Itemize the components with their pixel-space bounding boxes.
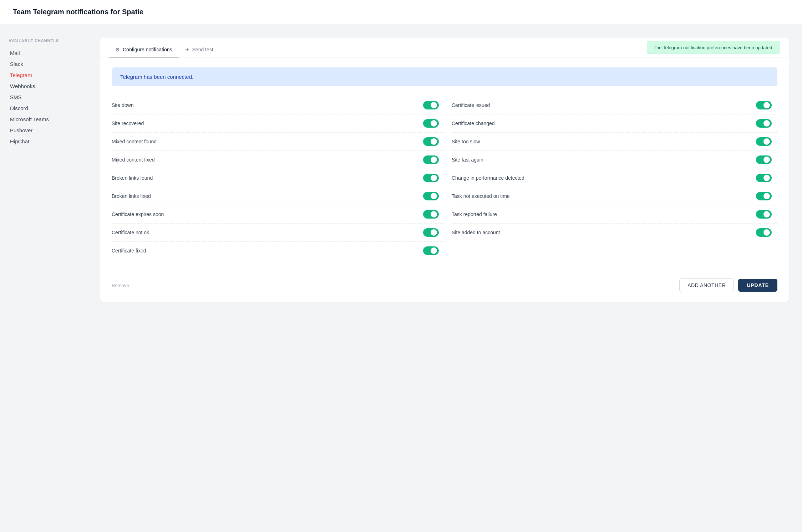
notif-row-broken-links-fixed: Broken links fixed xyxy=(112,187,445,205)
notif-label-site-recovered: Site recovered xyxy=(112,121,144,126)
notif-row-task-not-executed: Task not executed on time xyxy=(452,187,777,205)
notif-label-broken-links-found: Broken links found xyxy=(112,175,153,181)
connected-banner: Telegram has been connected. xyxy=(112,67,777,86)
notif-label-broken-links-fixed: Broken links fixed xyxy=(112,193,151,199)
toggle-certificate-expires-soon[interactable] xyxy=(423,210,439,219)
sidebar-item-slack[interactable]: Slack xyxy=(9,59,87,69)
toggle-change-in-performance[interactable] xyxy=(756,174,772,182)
notif-label-certificate-fixed: Certificate fixed xyxy=(112,248,146,254)
notif-row-site-added-to-account: Site added to account xyxy=(452,224,777,241)
success-banner: The Telegram notification preferences ha… xyxy=(647,41,780,54)
toggle-certificate-fixed[interactable] xyxy=(423,246,439,255)
toggle-certificate-issued[interactable] xyxy=(756,101,772,109)
notif-label-certificate-expires-soon: Certificate expires soon xyxy=(112,211,164,217)
add-another-button[interactable]: ADD ANOTHER xyxy=(679,278,734,292)
toggle-broken-links-found[interactable] xyxy=(423,174,439,182)
toggle-site-fast-again[interactable] xyxy=(756,155,772,164)
notifications-card: ⚙ Configure notifications ✈ Send test Th… xyxy=(100,37,789,302)
notif-label-site-down: Site down xyxy=(112,102,133,108)
toggle-task-reported-failure[interactable] xyxy=(756,210,772,219)
page-header: Team Telegram notifications for Spatie xyxy=(0,0,802,24)
notif-label-change-in-performance: Change in performance detected xyxy=(452,175,524,181)
sidebar-item-webhooks[interactable]: Webhooks xyxy=(9,81,87,91)
tabs-bar: ⚙ Configure notifications ✈ Send test Th… xyxy=(100,37,789,57)
notif-row-site-down: Site down xyxy=(112,96,445,114)
tab-configure[interactable]: ⚙ Configure notifications xyxy=(109,43,179,57)
notif-row-site-too-slow: Site too slow xyxy=(452,133,777,151)
toggle-mixed-content-found[interactable] xyxy=(423,137,439,146)
notif-row-site-recovered: Site recovered xyxy=(112,114,445,133)
sidebar-item-telegram[interactable]: Telegram xyxy=(9,70,87,80)
notif-row-certificate-changed: Certificate changed xyxy=(452,114,777,133)
sidebar: AVAILABLE CHANNELS Mail Slack Telegram W… xyxy=(9,37,87,518)
notif-label-task-not-executed: Task not executed on time xyxy=(452,193,510,199)
sidebar-item-pushover[interactable]: Pushover xyxy=(9,125,87,135)
notif-label-site-too-slow: Site too slow xyxy=(452,139,480,144)
notifications-right-column: Certificate issued Certificate changed xyxy=(445,96,777,260)
footer-buttons: ADD ANOTHER UPDATE xyxy=(679,278,777,292)
remove-link[interactable]: Remove xyxy=(112,283,129,288)
sidebar-item-hipchat[interactable]: HipChat xyxy=(9,136,87,147)
toggle-certificate-not-ok[interactable] xyxy=(423,228,439,237)
page-title: Team Telegram notifications for Spatie xyxy=(13,8,789,16)
sidebar-nav: Mail Slack Telegram Webhooks SMS Discord… xyxy=(9,48,87,147)
sidebar-item-microsoft-teams[interactable]: Microsoft Teams xyxy=(9,114,87,124)
toggle-site-recovered[interactable] xyxy=(423,119,439,128)
notif-row-mixed-content-found: Mixed content found xyxy=(112,133,445,151)
sidebar-item-mail[interactable]: Mail xyxy=(9,48,87,58)
notif-row-certificate-fixed: Certificate fixed xyxy=(112,242,445,260)
update-button[interactable]: UPDATE xyxy=(738,279,777,292)
notifications-grid: Site down Site recovered xyxy=(112,96,777,260)
notif-row-certificate-expires-soon: Certificate expires soon xyxy=(112,205,445,224)
notif-label-site-fast-again: Site fast again xyxy=(452,157,483,163)
notif-row-change-in-performance: Change in performance detected xyxy=(452,169,777,187)
main-content: ⚙ Configure notifications ✈ Send test Th… xyxy=(100,37,789,518)
notifications-left-column: Site down Site recovered xyxy=(112,96,445,260)
notif-label-certificate-issued: Certificate issued xyxy=(452,102,490,108)
sidebar-section-label: AVAILABLE CHANNELS xyxy=(9,39,87,43)
notif-label-task-reported-failure: Task reported failure xyxy=(452,211,497,217)
notif-label-certificate-not-ok: Certificate not ok xyxy=(112,230,149,235)
toggle-mixed-content-fixed[interactable] xyxy=(423,155,439,164)
toggle-site-added-to-account[interactable] xyxy=(756,228,772,237)
notif-label-mixed-content-found: Mixed content found xyxy=(112,139,157,144)
gear-icon: ⚙ xyxy=(115,47,120,52)
card-footer: Remove ADD ANOTHER UPDATE xyxy=(100,271,789,302)
toggle-task-not-executed[interactable] xyxy=(756,192,772,200)
toggle-broken-links-fixed[interactable] xyxy=(423,192,439,200)
send-icon: ✈ xyxy=(185,47,189,52)
notif-label-mixed-content-fixed: Mixed content fixed xyxy=(112,157,155,163)
notif-label-site-added-to-account: Site added to account xyxy=(452,230,500,235)
notif-row-site-fast-again: Site fast again xyxy=(452,151,777,169)
toggle-certificate-changed[interactable] xyxy=(756,119,772,128)
notif-row-certificate-not-ok: Certificate not ok xyxy=(112,224,445,242)
page-body: AVAILABLE CHANNELS Mail Slack Telegram W… xyxy=(0,24,802,531)
sidebar-item-discord[interactable]: Discord xyxy=(9,103,87,113)
toggle-site-too-slow[interactable] xyxy=(756,137,772,146)
tab-send-test[interactable]: ✈ Send test xyxy=(179,43,220,57)
toggle-site-down[interactable] xyxy=(423,101,439,109)
card-body: Telegram has been connected. Site down xyxy=(100,57,789,271)
sidebar-item-sms[interactable]: SMS xyxy=(9,92,87,102)
notif-row-mixed-content-fixed: Mixed content fixed xyxy=(112,151,445,169)
notif-row-task-reported-failure: Task reported failure xyxy=(452,205,777,224)
notif-label-certificate-changed: Certificate changed xyxy=(452,121,495,126)
notif-row-certificate-issued: Certificate issued xyxy=(452,96,777,114)
notif-row-broken-links-found: Broken links found xyxy=(112,169,445,187)
